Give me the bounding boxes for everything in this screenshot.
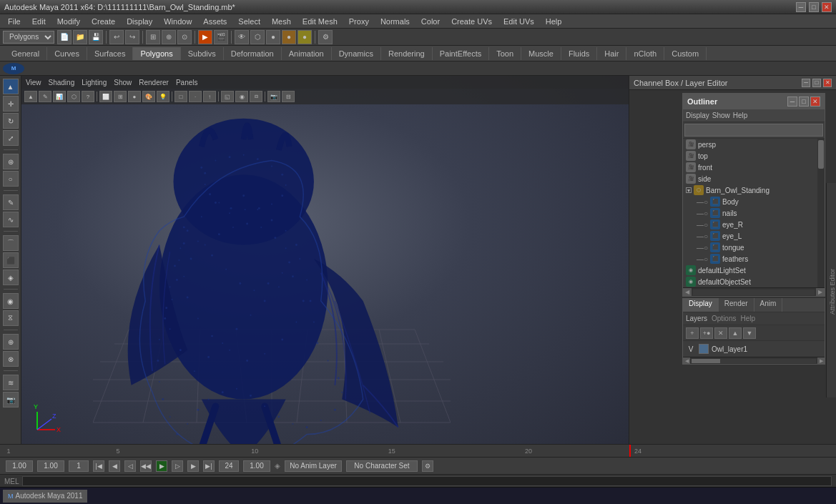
current-time-input[interactable]: 1.00	[6, 460, 33, 472]
outliner-item-defaultLightSet[interactable]: ◉defaultLightSet	[683, 265, 825, 276]
character-input[interactable]: No Character Set	[346, 460, 418, 472]
menu-tab-custom[interactable]: Custom	[664, 47, 707, 60]
play-back-btn[interactable]: ◀◀	[140, 460, 152, 472]
layer-scroll-track[interactable]	[692, 359, 816, 363]
light-button[interactable]: ●	[297, 30, 312, 44]
deform-button[interactable]: ⧖	[3, 310, 19, 326]
create-layer-members-btn[interactable]: +●	[700, 327, 713, 339]
cb-minimize-btn[interactable]: ─	[802, 79, 810, 87]
layer-down-btn[interactable]: ▼	[743, 327, 756, 339]
menu-item-create[interactable]: Create	[87, 16, 120, 27]
scale-tool-button[interactable]: ⤢	[3, 130, 19, 146]
outliner-item-top[interactable]: 🎥top	[683, 150, 825, 162]
menu-tab-toon[interactable]: Toon	[489, 47, 521, 60]
minimize-button[interactable]: ─	[796, 2, 806, 12]
create-layer-btn[interactable]: +	[686, 327, 699, 339]
menu-item-help[interactable]: Help	[541, 16, 567, 27]
rotate-tool-button[interactable]: ↻	[3, 113, 19, 129]
vp-tex-btn[interactable]: 🎨	[142, 91, 155, 102]
ipr-button[interactable]: 🎬	[214, 30, 228, 44]
snap-point-button[interactable]: ⊕	[162, 30, 176, 44]
anim-layer-input[interactable]: No Anim Layer	[285, 460, 342, 472]
outliner-scrollbar[interactable]	[817, 139, 825, 287]
move-tool-button[interactable]: ✛	[3, 96, 19, 112]
vp-wire-btn[interactable]: ⊞	[114, 91, 127, 102]
layer-scroll-right[interactable]: ▶	[817, 357, 825, 365]
menu-item-modify[interactable]: Modify	[52, 16, 85, 27]
maximize-button[interactable]: □	[809, 2, 819, 12]
menu-tab-animation[interactable]: Animation	[282, 47, 332, 60]
outliner-item-body[interactable]: —○⬛Body	[683, 196, 825, 207]
expand-icon[interactable]: ▼	[686, 187, 692, 193]
menu-tab-curves[interactable]: Curves	[47, 47, 87, 60]
curve-button[interactable]: ⌒	[3, 235, 19, 251]
vp-obj-btn[interactable]: ⬡	[67, 91, 80, 102]
outliner-item-nails[interactable]: —○⬛nails	[683, 207, 825, 219]
layer-scroll-left[interactable]: ◀	[683, 357, 690, 365]
outliner-item-front[interactable]: 🎥front	[683, 162, 825, 173]
select-tool-button[interactable]: ▲	[3, 79, 19, 94]
wireframe-button[interactable]: ⬡	[250, 30, 265, 44]
menu-item-edit[interactable]: Edit	[27, 16, 51, 27]
vp-points-btn[interactable]: ·	[189, 91, 202, 102]
vp-light2-btn[interactable]: 💡	[157, 91, 169, 102]
menu-tab-muscle[interactable]: Muscle	[521, 47, 561, 60]
prev-frame-btn[interactable]: ◀	[109, 460, 120, 472]
vp-lighting-menu[interactable]: Lighting	[82, 79, 107, 87]
show-hide-button[interactable]: 👁	[235, 30, 249, 44]
outliner-search-input[interactable]	[684, 124, 823, 137]
outliner-item-feathers[interactable]: —○⬛feathers	[683, 253, 825, 265]
workspace-selector[interactable]: Polygons	[3, 31, 54, 44]
range-start-input[interactable]: 1	[69, 460, 89, 472]
menu-tab-hair[interactable]: Hair	[597, 47, 626, 60]
play-fwd-btn[interactable]: ▶	[156, 460, 167, 472]
layer-sub-help[interactable]: Help	[740, 315, 755, 322]
undo-button[interactable]: ↩	[109, 30, 124, 44]
redo-button[interactable]: ↪	[125, 30, 139, 44]
vp-panels-menu[interactable]: Panels	[176, 79, 198, 87]
new-file-button[interactable]: 📄	[57, 30, 72, 44]
menu-item-edit-mesh[interactable]: Edit Mesh	[297, 16, 343, 27]
open-file-button[interactable]: 📁	[73, 30, 87, 44]
speed-input[interactable]: 1.00	[243, 460, 270, 472]
layer-up-btn[interactable]: ▲	[729, 327, 742, 339]
tl-settings-btn[interactable]: ⚙	[422, 460, 433, 472]
next-frame-btn[interactable]: ▶	[187, 460, 199, 472]
outliner-item-eye_r[interactable]: —○⬛eye_R	[683, 219, 825, 230]
vp-normals-btn[interactable]: ↑	[203, 91, 216, 102]
outliner-menu-help[interactable]: Help	[733, 112, 748, 119]
vp-renderer-menu[interactable]: Renderer	[139, 79, 169, 87]
menu-item-select[interactable]: Select	[233, 16, 265, 27]
save-file-button[interactable]: 💾	[89, 30, 103, 44]
delete-layer-btn[interactable]: ✕	[714, 327, 727, 339]
bevel-button[interactable]: ◈	[3, 270, 19, 285]
menu-tab-ncloth[interactable]: nCloth	[626, 47, 664, 60]
range-end-input[interactable]	[219, 460, 239, 472]
layer-sub-options[interactable]: Options	[712, 315, 736, 322]
layer-tab-render[interactable]: Render	[719, 298, 754, 312]
vp-aa-btn[interactable]: ⧈	[250, 91, 262, 102]
layer-sub-layers[interactable]: Layers	[686, 315, 707, 322]
menu-item-normals[interactable]: Normals	[375, 16, 415, 27]
menu-item-display[interactable]: Display	[122, 16, 157, 27]
outliner-hscroll-track[interactable]	[693, 290, 815, 295]
sculpt-button[interactable]: ∿	[3, 212, 19, 227]
menu-tab-painteffects[interactable]: PaintEffects	[433, 47, 490, 60]
vp-smooth-btn[interactable]: ●	[128, 91, 141, 102]
close-button[interactable]: ✕	[822, 2, 832, 12]
outliner-close-btn[interactable]: ✕	[810, 97, 820, 107]
next-key-btn[interactable]: ▷	[172, 460, 183, 472]
soft-select-button[interactable]: ⊛	[3, 154, 19, 169]
vp-paint-btn[interactable]: ✎	[39, 91, 51, 102]
timeline-ruler[interactable]: 1510152024	[0, 445, 836, 458]
extrude-button[interactable]: ⬛	[3, 252, 19, 268]
vp-show-menu[interactable]: Show	[114, 79, 132, 87]
layer-color-strip[interactable]	[699, 344, 709, 354]
attributes-bar[interactable]: Attributes Editor	[826, 183, 836, 397]
outliner-item-persp[interactable]: 🎥persp	[683, 139, 825, 150]
menu-item-color[interactable]: Color	[416, 16, 445, 27]
outliner-maximize-btn[interactable]: □	[799, 97, 809, 107]
outliner-menu-display[interactable]: Display	[686, 112, 709, 119]
vp-help-btn[interactable]: ?	[82, 91, 94, 102]
snap-grid-button[interactable]: ⊞	[146, 30, 160, 44]
